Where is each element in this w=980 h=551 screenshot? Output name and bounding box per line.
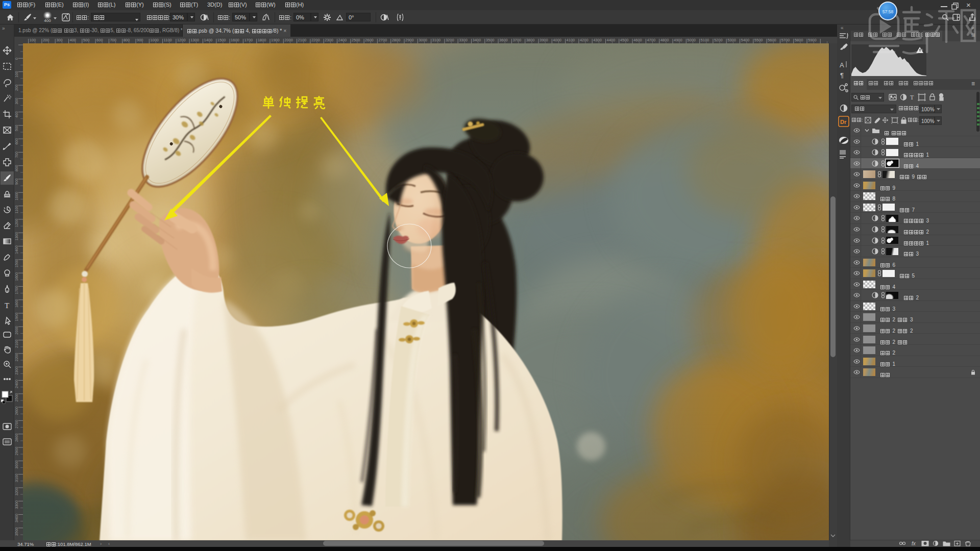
svg-text:700: 700 bbox=[110, 38, 116, 42]
svg-text:600: 600 bbox=[14, 138, 19, 145]
svg-text:5300: 5300 bbox=[727, 38, 736, 42]
svg-text:5600: 5600 bbox=[768, 38, 776, 42]
svg-text:4300: 4300 bbox=[593, 38, 602, 42]
svg-text:300: 300 bbox=[56, 38, 63, 42]
svg-text:2600: 2600 bbox=[365, 38, 374, 42]
svg-text:1400: 1400 bbox=[14, 245, 19, 254]
svg-text:4700: 4700 bbox=[647, 38, 655, 42]
svg-text:fx: fx bbox=[912, 541, 916, 546]
svg-text:T: T bbox=[5, 302, 9, 310]
svg-text:3200: 3200 bbox=[446, 38, 454, 42]
svg-text:5400: 5400 bbox=[741, 38, 750, 42]
svg-text:300: 300 bbox=[14, 98, 19, 105]
svg-text:5200: 5200 bbox=[714, 38, 723, 42]
svg-text:3100: 3100 bbox=[432, 38, 441, 42]
svg-text:3800: 3800 bbox=[526, 38, 535, 42]
svg-text:4500: 4500 bbox=[620, 38, 629, 42]
svg-text:5700: 5700 bbox=[781, 38, 790, 42]
svg-text:2700: 2700 bbox=[378, 38, 387, 42]
svg-text:3100: 3100 bbox=[14, 473, 19, 482]
svg-text:5000: 5000 bbox=[687, 38, 696, 42]
svg-text:4800: 4800 bbox=[660, 38, 669, 42]
svg-text:2000: 2000 bbox=[14, 326, 19, 335]
svg-text:3000: 3000 bbox=[14, 460, 19, 469]
svg-text:100: 100 bbox=[14, 71, 19, 78]
svg-text:1800: 1800 bbox=[14, 299, 19, 308]
svg-text:0: 0 bbox=[14, 58, 19, 60]
svg-text:500: 500 bbox=[14, 125, 19, 132]
svg-text:3500: 3500 bbox=[14, 528, 19, 536]
svg-text:2800: 2800 bbox=[392, 38, 401, 42]
svg-text:400: 400 bbox=[14, 111, 19, 118]
svg-text:3200: 3200 bbox=[14, 487, 19, 496]
svg-text:400: 400 bbox=[70, 38, 77, 42]
svg-text:1100: 1100 bbox=[14, 205, 19, 213]
svg-text:3300: 3300 bbox=[14, 500, 19, 509]
svg-text:1500: 1500 bbox=[14, 259, 19, 268]
svg-text:5800: 5800 bbox=[795, 38, 803, 42]
svg-text:1200: 1200 bbox=[177, 38, 186, 42]
svg-text:1800: 1800 bbox=[258, 38, 266, 42]
svg-text:2300: 2300 bbox=[325, 38, 333, 42]
svg-text:700: 700 bbox=[14, 152, 19, 158]
svg-text:2200: 2200 bbox=[14, 353, 19, 362]
svg-text:A: A bbox=[840, 61, 844, 69]
svg-text:3000: 3000 bbox=[419, 38, 427, 42]
svg-text:2400: 2400 bbox=[338, 38, 347, 42]
svg-text:2500: 2500 bbox=[14, 393, 19, 402]
svg-text:1000: 1000 bbox=[14, 192, 19, 201]
svg-text:4400: 4400 bbox=[607, 38, 616, 42]
svg-text:4200: 4200 bbox=[580, 38, 589, 42]
svg-text:3400: 3400 bbox=[473, 38, 481, 42]
svg-text:4000: 4000 bbox=[553, 38, 561, 42]
svg-text:600: 600 bbox=[96, 38, 103, 42]
svg-text:1900: 1900 bbox=[14, 313, 19, 321]
svg-text:2900: 2900 bbox=[14, 447, 19, 456]
svg-text:200: 200 bbox=[43, 38, 50, 42]
svg-text:3900: 3900 bbox=[540, 38, 548, 42]
svg-text:3300: 3300 bbox=[459, 38, 468, 42]
svg-text:2200: 2200 bbox=[311, 38, 320, 42]
svg-text:4600: 4600 bbox=[633, 38, 642, 42]
svg-text:1600: 1600 bbox=[231, 38, 239, 42]
svg-text:500: 500 bbox=[83, 38, 90, 42]
svg-text:3700: 3700 bbox=[512, 38, 521, 42]
svg-text:1200: 1200 bbox=[14, 219, 19, 228]
svg-text:3400: 3400 bbox=[14, 514, 19, 522]
svg-text:3600: 3600 bbox=[499, 38, 508, 42]
svg-text:3500: 3500 bbox=[486, 38, 495, 42]
svg-text:2800: 2800 bbox=[14, 433, 19, 442]
svg-text:1400: 1400 bbox=[204, 38, 213, 42]
svg-text:T: T bbox=[910, 94, 914, 101]
svg-text:2300: 2300 bbox=[14, 366, 19, 375]
svg-text:1300: 1300 bbox=[14, 232, 19, 241]
svg-text:1700: 1700 bbox=[14, 286, 19, 294]
svg-text:2500: 2500 bbox=[352, 38, 360, 42]
svg-text:2600: 2600 bbox=[14, 407, 19, 415]
svg-text:2700: 2700 bbox=[14, 420, 19, 429]
svg-text:1100: 1100 bbox=[164, 38, 172, 42]
svg-text:4900: 4900 bbox=[674, 38, 682, 42]
svg-text:1900: 1900 bbox=[271, 38, 280, 42]
svg-text:200: 200 bbox=[14, 85, 19, 91]
svg-text:2400: 2400 bbox=[14, 380, 19, 388]
svg-text:900: 900 bbox=[137, 38, 143, 42]
svg-text:1300: 1300 bbox=[190, 38, 199, 42]
svg-text:5100: 5100 bbox=[701, 38, 709, 42]
svg-text:4100: 4100 bbox=[567, 38, 575, 42]
svg-text:800: 800 bbox=[14, 165, 19, 171]
svg-text:900: 900 bbox=[14, 179, 19, 185]
svg-text:1500: 1500 bbox=[217, 38, 226, 42]
svg-text:100: 100 bbox=[30, 38, 36, 42]
svg-text:2100: 2100 bbox=[14, 339, 19, 348]
svg-text:1000: 1000 bbox=[150, 38, 159, 42]
svg-text:2000: 2000 bbox=[284, 38, 293, 42]
svg-text:Dr: Dr bbox=[840, 119, 847, 125]
svg-text:800: 800 bbox=[124, 38, 130, 42]
svg-text:2100: 2100 bbox=[298, 38, 307, 42]
svg-text:1600: 1600 bbox=[14, 272, 19, 281]
svg-text:5900: 5900 bbox=[808, 38, 817, 42]
svg-text:2900: 2900 bbox=[405, 38, 414, 42]
svg-text:1700: 1700 bbox=[244, 38, 253, 42]
svg-text:5500: 5500 bbox=[754, 38, 763, 42]
